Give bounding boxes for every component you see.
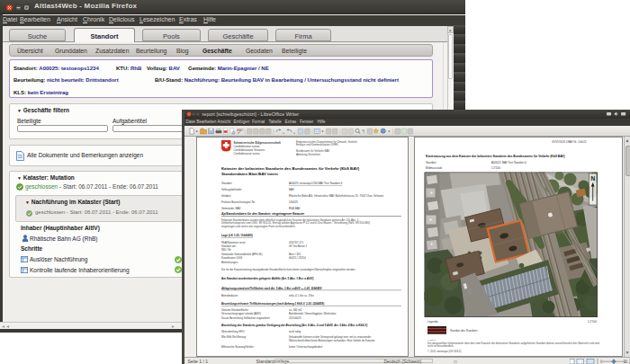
svg-text:Abteilung Sicherheit: Abteilung Sicherheit: [296, 153, 320, 156]
svg-text:nicht nötig: nicht nötig: [289, 330, 302, 333]
svg-text:60025 / 23254: 60025 / 23254: [289, 256, 306, 260]
svg-text:¶: ¶: [362, 128, 365, 134]
svg-text:Wahrscheinlichkeit keine Belas: Wahrscheinlichkeit keine Belastungen vor…: [289, 339, 375, 342]
svg-text:25/100025: 25/100025: [289, 316, 302, 320]
svg-text:Vollzugsbehörde:: Vollzugsbehörde:: [221, 188, 242, 191]
svg-text:Beurteilung des Standorts gemä: Beurteilung des Standorts gemäss Verfügu…: [221, 324, 367, 327]
svg-text:Verursachergruppe/-stände (Alt: Verursachergruppe/-stände (AltlV):: [221, 312, 262, 315]
svg-text:Frühere Bezeichnungen/-Nr:: Frühere Bezeichnungen/-Nr:: [221, 200, 256, 204]
svg-text:nicht rechtsverbindlich.: nicht rechtsverbindlich.: [428, 344, 454, 348]
svg-text:keine / Untersuchungsbedarf: keine / Untersuchungsbedarf: [289, 345, 322, 349]
svg-text:Überarbeitung GFU:: Überarbeitung GFU:: [221, 330, 245, 333]
svg-text:Militärische Nutzung/Gefahr:: Militärische Nutzung/Gefahr:: [221, 345, 255, 349]
svg-text:Lage (LK 1:25, 1164/459): Lage (LK 1:25, 1164/459): [221, 234, 253, 237]
svg-text:Die für die Katastereintrag ma: Die für die Katastereintrag massgebende …: [221, 268, 356, 271]
svg-text:IND / Nr:: IND / Nr:: [221, 248, 231, 252]
svg-text:Inhaber:: Inhaber:: [221, 194, 231, 198]
svg-text:Confederaziun svizra: Confederaziun svizra: [233, 152, 259, 155]
svg-text:Bahnbetrieb / Umschlagplatz, W: Bahnbetrieb / Umschlagplatz, Werkstätte: [289, 312, 337, 315]
svg-text:Gesamt-Standortfläche:: Gesamt-Standortfläche:: [221, 308, 249, 312]
svg-text:Am Standort wurden/werden gela: Am Standort wurden/werden gelagerte Abfä…: [221, 277, 314, 280]
svg-text:RhB-BAV: RhB-BAV: [289, 207, 301, 210]
svg-text:1:2’500: 1:2’500: [588, 320, 597, 324]
svg-text:Legende: Legende: [428, 320, 438, 324]
svg-text:1:2’500: 1:2’500: [491, 166, 500, 170]
svg-text:Bildmassstab:: Bildmassstab:: [426, 166, 443, 170]
svg-text:Standort:: Standort:: [221, 182, 232, 185]
svg-text:Bemerkungen:: Bemerkungen:: [221, 261, 238, 264]
svg-text:eingetragen und sind in der an: eingetragen und sind in der angezeigten …: [221, 225, 296, 228]
svg-text:Koordinaten LV03:: Koordinaten LV03:: [221, 256, 243, 260]
svg-text:Gemeinde, BAV:: Gemeinde, BAV:: [221, 207, 241, 210]
svg-text:026/707.171: 026/707.171: [289, 241, 303, 244]
svg-text:Standort des Standorts: Standort des Standorts: [450, 329, 478, 333]
svg-text:Rhätische Bahn AG, Infrastrukt: Rhätische Bahn AG, Infrastruktur BAV, Ba…: [289, 194, 384, 198]
svg-text:A00025: testoeops1234 BAV Test: A00025: testoeops1234 BAV Test Standort …: [289, 182, 343, 185]
svg-text:© 2011 swisstopo (DV 033.3): © 2011 swisstopo (DV 033.3): [428, 350, 461, 353]
svg-text:GVV5/5618.1/BAV Nr. 100025: GVV5/5618.1/BAV Nr. 100025: [552, 140, 587, 144]
svg-text:09 Test Beton 1: 09 Test Beton 1: [289, 244, 307, 248]
svg-text:Standort:: Standort:: [426, 161, 436, 164]
svg-text:Ablagerungsstandorte/Teilfläch: Ablagerungsstandorte/Teilflächen nach Ar…: [220, 287, 322, 290]
svg-text:Standort am:: Standort am:: [221, 244, 237, 248]
svg-text:Beurteilungsrelevante Teilfläc: Beurteilungsrelevante Teilflächennutzung…: [221, 302, 324, 306]
svg-text:Betriebsdauer:: Betriebsdauer:: [221, 294, 238, 297]
svg-text:BAV: BAV: [289, 188, 294, 191]
svg-text:Kataster der belasteten Stando: Kataster der belasteten Standorte des Bu…: [221, 166, 360, 171]
svg-text:Davon Beurteilung Teilflächen: Davon Beurteilung Teilflächen zugeordnet…: [221, 316, 270, 320]
svg-text:100025: 100025: [289, 200, 298, 204]
svg-text:Gemeinde Gemeindehöfe (BFS-Nr): Gemeinde Gemeindehöfe (BFS-Nr):: [221, 253, 263, 256]
svg-text:Kartenauszug aus dem Kataster: Kartenauszug aus dem Kataster der belast…: [426, 155, 565, 158]
svg-text:A00025: BAV Test Standort 4: A00025: BAV Test Standort 4: [491, 161, 526, 164]
svg-text:Standortdaten Blatt BAV intern: Standortdaten Blatt BAV intern: [221, 172, 278, 176]
svg-text:ca. 342 m2: ca. 342 m2: [289, 308, 302, 312]
svg-text:Bern / 351: Bern / 351: [289, 253, 302, 256]
svg-text:Energie und Kommunikation UVEK: Energie und Kommunikation UVEK: [296, 143, 338, 146]
svg-text:N: N: [590, 175, 595, 182]
svg-text:RhA/Nummern neue:: RhA/Nummern neue:: [221, 241, 246, 244]
svg-text:zirka 4 J. bis ca. 19xx: zirka 4 J. bis ca. 19xx: [289, 294, 314, 297]
svg-text:Wie KbS-Ref-Eintrag:: Wie KbS-Ref-Eintrag:: [221, 335, 247, 339]
svg-text:Ap/Standortdaten für den Stand: Ap/Standortdaten für den Standort: einge…: [220, 212, 305, 216]
